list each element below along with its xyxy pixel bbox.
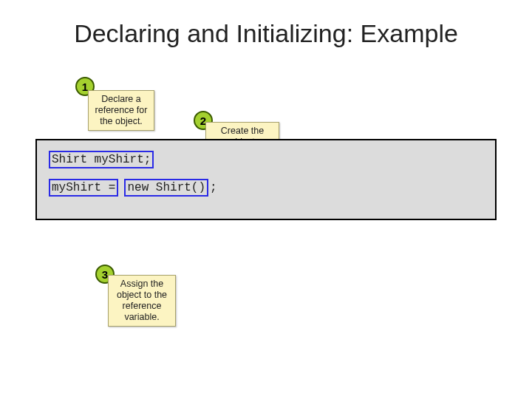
slide: Declaring and Initializing: Example 1 De… xyxy=(0,0,532,399)
code-line-1: Shirt myShirt; xyxy=(49,151,483,168)
code-line-2: myShirt = new Shirt() ; xyxy=(49,179,483,197)
code-block: Shirt myShirt; myShirt = new Shirt() ; xyxy=(35,139,497,220)
step-note-1: Declare a reference for the object. xyxy=(88,90,154,131)
semicolon: ; xyxy=(210,181,217,194)
page-title: Declaring and Initializing: Example xyxy=(0,19,532,48)
assignment-left-token: myShirt = xyxy=(49,179,118,197)
declaration-token: Shirt myShirt; xyxy=(49,151,154,168)
assignment-right-token: new Shirt() xyxy=(124,179,208,197)
step-note-3: Assign the object to the reference varia… xyxy=(108,275,176,327)
